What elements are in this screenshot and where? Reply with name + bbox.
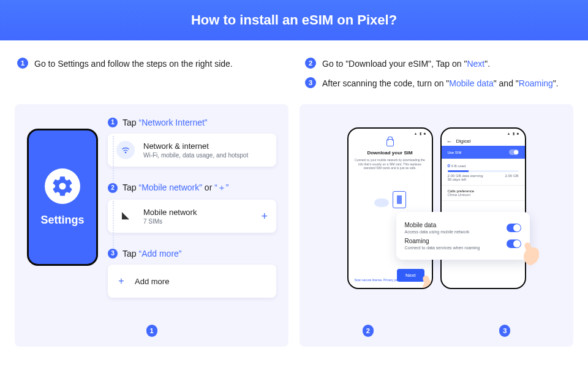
calls-pref-row[interactable]: Calls preference China Unicom	[442, 186, 525, 201]
signal-icon	[116, 207, 135, 225]
step-badge: 1	[17, 58, 28, 69]
step-badge: 3	[305, 77, 316, 88]
toggle-popup: Mobile data Access data using mobile net…	[396, 212, 530, 260]
intro-row: 1 Go to Settings and follow the steps on…	[0, 40, 588, 104]
next-link: Next	[467, 59, 484, 69]
download-title: Download your SIM	[349, 150, 432, 156]
mobile-data-sub: Access data using mobile network	[405, 230, 470, 234]
use-sim-row[interactable]: Use SIM	[442, 146, 525, 159]
roaming-title: Roaming	[405, 238, 429, 244]
tile-title: Mobile network	[143, 208, 197, 217]
network-internet-tile[interactable]: Network & internet Wi-Fi, mobile, data u…	[108, 134, 276, 167]
page-title: How to install an eSIM on Pixel?	[0, 0, 588, 40]
step-badge: 2	[108, 183, 118, 193]
roaming-toggle[interactable]	[507, 239, 521, 248]
step-badge: 3	[108, 249, 118, 258]
step-badge: 1	[146, 325, 157, 337]
left-panel: Settings 1 Tap “Network Internet”	[15, 104, 288, 347]
lock-icon	[386, 139, 394, 146]
qr-icon	[393, 191, 406, 208]
digicel-phone: ▲ ▮ ■ ← Digicel Use SIM 0 0 B used 2.00 …	[440, 127, 526, 289]
step-3: 3 Tap “Add more” + Add more	[108, 249, 276, 298]
step-badge: 2	[363, 325, 374, 337]
digicel-wrap: ▲ ▮ ■ ← Digicel Use SIM 0 0 B used 2.00 …	[440, 127, 526, 289]
plus-icon: +	[116, 272, 126, 290]
step-caption: Tap “Network Internet”	[123, 118, 208, 127]
intro-left: 1 Go to Settings and follow the steps on…	[17, 58, 283, 97]
right-panel: ▲ ▮ ■ Download your SIM Connect to your …	[300, 104, 573, 347]
days-left: 30 days left	[448, 178, 467, 181]
carrier-title: Digicel	[456, 138, 471, 144]
used-label: 0 B used	[451, 164, 466, 168]
panel-step-marker: 1	[15, 325, 288, 337]
panel-step-markers: 2 3	[300, 325, 573, 337]
mobile-data-title: Mobile data	[405, 222, 437, 228]
step-badge: 1	[108, 118, 118, 127]
tile-title: Add more	[135, 277, 169, 286]
download-sim-phone: ▲ ▮ ■ Download your SIM Connect to your …	[347, 127, 433, 289]
plus-icon[interactable]: +	[261, 210, 268, 223]
mobile-data-link: Mobile data	[449, 78, 493, 88]
status-icons: ▲ ▮ ■	[507, 131, 520, 135]
step-badge: 2	[305, 58, 316, 69]
data-limit: 2.00 GB	[505, 174, 518, 178]
settings-label: Settings	[40, 214, 84, 227]
intro-left-text: Go to Settings and follow the steps on t…	[34, 58, 233, 70]
gear-icon	[45, 168, 80, 204]
tile-title: Network & internet	[143, 141, 248, 151]
tile-sub: 7 SIMs	[143, 218, 197, 225]
toggle-on-icon[interactable]	[509, 149, 519, 155]
roaming-link: Roaming	[519, 78, 553, 88]
download-sub: Connect to your mobile network by downlo…	[349, 158, 432, 170]
step-caption: Tap “Add more”	[123, 249, 182, 258]
add-more-tile[interactable]: + Add more	[108, 265, 276, 298]
tile-sub: Wi-Fi, mobile, data usage, and hotspot	[143, 152, 248, 159]
used-value: 0	[448, 163, 450, 168]
intro-right-line: Go to "Download your eSIM", Tap on "Next…	[322, 58, 490, 70]
settings-phone-mock: Settings	[27, 129, 98, 266]
back-icon[interactable]: ←	[447, 138, 453, 145]
next-button[interactable]: Next	[397, 269, 424, 282]
download-footer: Scan secure license. Privacy path	[355, 278, 401, 282]
status-icons: ▲ ▮ ■	[414, 131, 427, 135]
mobile-data-toggle[interactable]	[507, 224, 521, 232]
roaming-sub: Connect to data services when roaming	[405, 246, 480, 250]
intro-right: 2 Go to "Download your eSIM", Tap on "Ne…	[305, 58, 571, 97]
intro-right-line: After scanning the code, turn on "Mobile…	[322, 77, 559, 89]
wifi-icon	[116, 141, 135, 159]
step-caption: Tap “Mobile network” or “＋”	[123, 183, 229, 194]
step-1: 1 Tap “Network Internet” Network & inter…	[108, 118, 276, 167]
download-illustration	[366, 187, 415, 212]
step-badge: 3	[499, 325, 510, 337]
mobile-network-tile[interactable]: Mobile network 7 SIMs +	[108, 200, 276, 233]
step-2: 2 Tap “Mobile network” or “＋” Mobile net…	[108, 183, 276, 233]
